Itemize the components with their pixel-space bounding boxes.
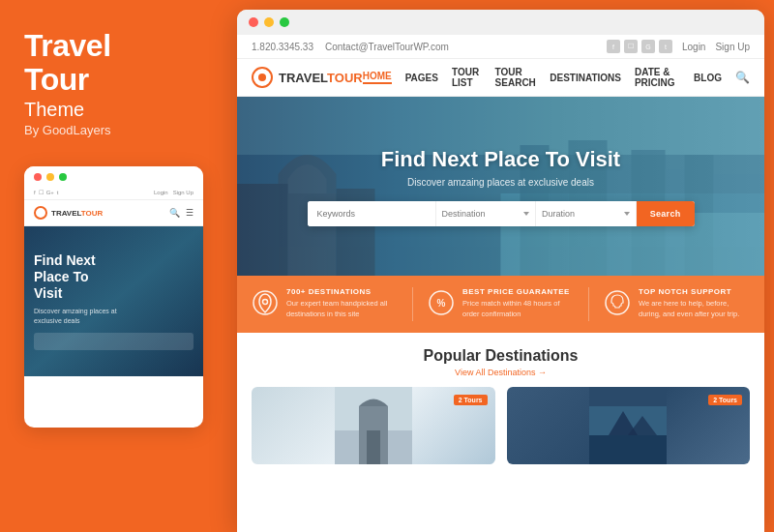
mobile-topbar: f ☐ G+ t Login Sign Up <box>24 185 203 200</box>
feature-price: % BEST PRICE GUARANTEE Price match withi… <box>428 287 574 321</box>
topbar-right: f ☐ G t Login Sign Up <box>607 40 750 53</box>
mobile-search-icon: 🔍 <box>169 208 180 218</box>
mobile-social-icons: f ☐ G+ t <box>34 189 59 195</box>
feature-support-text: TOP NOTCH SUPPORT We are here to help, b… <box>639 287 750 319</box>
mobile-signup-link: Sign Up <box>173 190 194 195</box>
topbar-signup[interactable]: Sign Up <box>715 42 750 52</box>
svg-rect-23 <box>367 430 380 464</box>
feature-divider-2 <box>588 287 589 321</box>
mobile-logo-circle <box>34 206 47 220</box>
mobile-window-bar <box>24 166 203 185</box>
support-icon <box>604 289 631 321</box>
mobile-hero-bg <box>24 226 203 376</box>
features-bar: 700+ DESTINATIONS Our expert team handpi… <box>237 276 764 333</box>
mobile-search-bar <box>34 333 194 350</box>
mobile-ig-icon: ☐ <box>39 189 44 195</box>
left-panel: TravelTour Theme By GoodLayers f ☐ G+ t … <box>0 0 232 532</box>
popular-section: Popular Destinations View All Destinatio… <box>237 333 764 532</box>
mobile-menu-icon: ☰ <box>186 208 194 218</box>
view-all-link[interactable]: View All Destinations → <box>252 368 750 377</box>
feature-price-desc: Price match within 48 hours of order con… <box>462 299 574 319</box>
logo-travel: TRAVEL <box>279 71 327 85</box>
hero-subtitle: Discover amzaing places at exclusive dea… <box>407 177 594 188</box>
nav-search-icon[interactable]: 🔍 <box>735 71 750 84</box>
topbar-social: f ☐ G t <box>607 40 672 53</box>
desktop-content: 1.820.3345.33 Contact@TravelTourWP.com f… <box>237 35 764 532</box>
mobile-gplus-icon: G+ <box>46 190 54 195</box>
mobile-twitter-icon: t <box>57 190 59 195</box>
mobile-mockup: f ☐ G+ t Login Sign Up TRAVELTOUR 🔍 ☰ <box>24 166 203 428</box>
mobile-hero: Find NextPlace ToVisit Discover amzaing … <box>24 226 203 376</box>
feature-divider-1 <box>412 287 413 321</box>
mobile-logo-text: TRAVELTOUR <box>51 209 103 218</box>
feature-destinations-title: 700+ DESTINATIONS <box>286 287 398 296</box>
logo-inner <box>258 74 266 81</box>
mobile-dot-green <box>59 173 67 181</box>
svg-rect-25 <box>589 435 667 464</box>
gplus-icon: G <box>641 40 655 53</box>
nav-home[interactable]: HOME <box>363 71 392 84</box>
hero-search-button[interactable]: Search <box>637 201 695 226</box>
mobile-nav-icons: 🔍 ☰ <box>169 208 194 218</box>
brand-subtitle: Theme <box>24 99 208 121</box>
hero-keyword-input[interactable] <box>308 201 436 226</box>
nav-tour-search[interactable]: TOUR SEARCH <box>495 67 537 88</box>
site-logo: TRAVELTOUR <box>252 67 363 88</box>
mobile-fb-icon: f <box>34 190 36 195</box>
desktop-mockup: 1.820.3345.33 Contact@TravelTourWP.com f… <box>237 10 764 532</box>
card-1-image <box>335 387 412 464</box>
logo-text: TRAVELTOUR <box>279 71 363 85</box>
card-1-badge: 2 Tours <box>454 395 488 405</box>
logo-tour: TOUR <box>327 71 363 85</box>
topbar-left: 1.820.3345.33 Contact@TravelTourWP.com <box>252 42 449 52</box>
mobile-hero-title: Find NextPlace ToVisit <box>34 252 96 301</box>
destinations-icon <box>252 289 279 321</box>
twitter-icon: t <box>659 40 672 53</box>
topbar-login[interactable]: Login <box>682 42 705 52</box>
mobile-hero-subtitle: Discover amzaing places atexclusive deal… <box>34 307 117 326</box>
popular-cards: 2 Tours 2 Tours <box>252 387 750 464</box>
mobile-dot-red <box>34 173 42 181</box>
desktop-window-bar <box>237 10 764 35</box>
mobile-logo: TRAVELTOUR <box>34 206 103 220</box>
logo-circle <box>252 67 273 88</box>
feature-price-text: BEST PRICE GUARANTEE Price match within … <box>462 287 574 319</box>
topbar-email: Contact@TravelTourWP.com <box>325 42 449 52</box>
nav-pages[interactable]: PAGES <box>405 73 438 83</box>
hero-duration-select[interactable]: Duration <box>536 201 637 226</box>
mobile-dot-yellow <box>46 173 54 181</box>
popular-header: Popular Destinations View All Destinatio… <box>252 347 750 377</box>
topbar-phone: 1.820.3345.33 <box>252 42 313 52</box>
nav-tour-list[interactable]: TOUR LIST <box>452 67 482 88</box>
nav-destinations[interactable]: DESTINATIONS <box>550 73 621 83</box>
site-topbar: 1.820.3345.33 Contact@TravelTourWP.com f… <box>237 35 764 59</box>
hero-search-bar: Destination Duration Search <box>308 201 695 226</box>
fb-icon: f <box>607 40 620 53</box>
price-icon: % <box>428 289 455 321</box>
hero-destination-select[interactable]: Destination <box>436 201 537 226</box>
desktop-dot-green <box>280 17 289 27</box>
site-hero: Find Next Place To Visit Discover amzain… <box>237 97 764 276</box>
site-nav: TRAVELTOUR HOME PAGES TOUR LIST TOUR SEA… <box>237 59 764 97</box>
hero-overlay: Find Next Place To Visit Discover amzain… <box>237 97 764 276</box>
brand-byline: By GoodLayers <box>24 123 208 137</box>
feature-destinations-desc: Our expert team handpicked all destinati… <box>286 299 398 319</box>
card-2-image <box>589 387 667 464</box>
ig-icon: ☐ <box>624 40 638 53</box>
desktop-dot-red <box>249 17 258 27</box>
card-2-badge: 2 Tours <box>708 395 742 405</box>
popular-title: Popular Destinations <box>252 347 750 365</box>
feature-price-title: BEST PRICE GUARANTEE <box>462 287 574 296</box>
feature-support-title: TOP NOTCH SUPPORT <box>639 287 750 296</box>
feature-destinations: 700+ DESTINATIONS Our expert team handpi… <box>252 287 398 321</box>
svg-point-16 <box>263 300 268 305</box>
nav-date-pricing[interactable]: DATE & PRICING <box>635 67 680 88</box>
nav-links: HOME PAGES TOUR LIST TOUR SEARCH DESTINA… <box>363 67 750 88</box>
nav-blog[interactable]: BLOG <box>694 73 722 83</box>
popular-card-1[interactable]: 2 Tours <box>252 387 495 464</box>
svg-text:%: % <box>437 298 446 309</box>
hero-title: Find Next Place To Visit <box>381 147 620 172</box>
popular-card-2[interactable]: 2 Tours <box>507 387 751 464</box>
feature-support: TOP NOTCH SUPPORT We are here to help, b… <box>604 287 750 321</box>
mobile-auth-links: Login Sign Up <box>154 190 194 195</box>
